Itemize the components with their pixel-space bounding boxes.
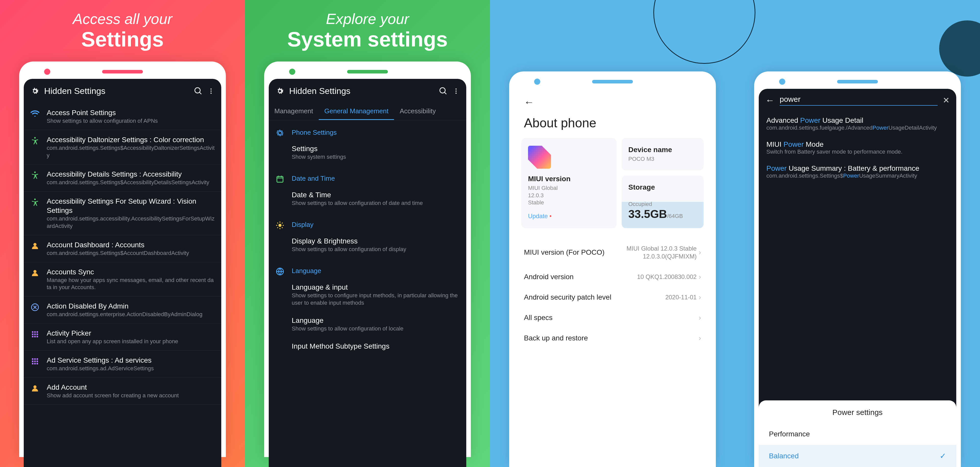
item-title: Activity Picker [47,329,215,338]
promo-panel-2: Explore your System settings Hidden Sett… [245,0,490,467]
section-item[interactable]: Display & BrightnessShow settings to all… [269,233,466,259]
item-sub: Show settings to allow configuration of … [292,200,460,207]
bottom-sheet: Power settings PerformanceBalanced✓ [759,400,956,467]
about-row[interactable]: Android security patch level2020-11-01› [524,287,701,308]
tab-accessibility[interactable]: Accessibility [394,103,442,120]
speaker-slot [837,80,878,83]
device-name-card[interactable]: Device name POCO M3 [622,138,703,170]
storage-card[interactable]: Storage Occupied 33.5GB/64GB [622,176,703,229]
section-header: Display [269,213,466,233]
sheet-option[interactable]: Balanced✓ [759,445,956,467]
section-item[interactable]: LanguageShow settings to allow configura… [269,312,466,338]
search-results: Advanced Power Usage Detail com.android.… [759,112,956,184]
section-header: Phone Settings [269,120,466,141]
item-title: Accounts Sync [47,267,215,276]
search-icon[interactable] [439,86,448,96]
search-result[interactable]: Advanced Power Usage Detail com.android.… [759,112,956,136]
calendar-icon [275,173,286,184]
clear-icon[interactable]: ✕ [943,95,950,105]
row-key: Android security patch level [524,293,665,301]
more-icon[interactable] [207,87,215,95]
svg-rect-31 [277,176,283,182]
section-header: Language [269,259,466,279]
item-sub: com.android.settings.accessibility.Acces… [47,215,215,230]
section-label: Phone Settings [292,129,337,137]
section-item[interactable]: Language & inputShow settings to configu… [269,279,466,312]
item-title: Language [292,316,460,325]
list-item[interactable]: Activity Picker List and open any app sc… [24,324,221,351]
settings-list: Access Point Settings Show settings to a… [24,103,221,405]
tab-management[interactable]: Management [269,103,319,120]
chevron-right-icon: › [699,314,701,322]
row-key: Android version [524,273,637,281]
item-title: Ad Service Settings : Ad services [47,356,215,365]
list-item[interactable]: Accessibility Daltonizer Settings : Colo… [24,130,221,165]
about-row[interactable]: Back up and restore› [524,328,701,348]
svg-rect-24 [32,363,33,364]
a11y-icon [30,135,41,159]
list-text: Accessibility Details Settings : Accessi… [47,170,215,186]
svg-rect-19 [34,358,36,360]
update-link[interactable]: Update • [528,213,610,220]
apps-icon [30,329,41,345]
speaker-slot [102,70,143,73]
svg-rect-17 [37,336,38,337]
list-item[interactable]: Accessibility Settings For Setup Wizard … [24,192,221,235]
more-icon[interactable] [452,87,460,95]
app-title: Hidden Settings [44,86,189,96]
a11y-icon [30,197,41,230]
sheet-option[interactable]: Performance [759,423,956,445]
svg-rect-14 [37,334,38,335]
list-text: Accounts Sync Manage how your apps sync … [47,267,215,291]
item-sub: Show system settings [292,153,460,161]
svg-point-3 [34,137,36,138]
list-item[interactable]: Action Disabled By Admin com.android.set… [24,297,221,324]
result-title: MIUI Power Mode [767,140,948,149]
row-value: 2020-11-01 [665,293,697,301]
item-sub: com.android.settings.Settings$Accessibil… [47,179,215,186]
list-item[interactable]: Ad Service Settings : Ad services com.an… [24,351,221,378]
section-item[interactable]: Input Method Subtype Settings [269,338,466,356]
svg-rect-11 [37,331,38,333]
tab-general-management[interactable]: General Management [319,103,394,120]
about-row[interactable]: All specs› [524,308,701,328]
app-bar: Hidden Settings [269,79,466,103]
list-item[interactable]: Add Account Show add account screen for … [24,378,221,405]
miui-logo-icon [528,146,551,169]
app-title: Hidden Settings [289,86,434,96]
svg-rect-21 [32,361,33,362]
gear-icon [30,86,40,96]
svg-point-30 [455,92,457,94]
about-row[interactable]: MIUI version (For POCO)MIUI Global 12.0.… [524,238,701,267]
svg-rect-23 [37,361,38,362]
item-title: Input Method Subtype Settings [292,342,460,351]
search-result[interactable]: MIUI Power Mode Switch from Battery save… [759,136,956,160]
screen-1: Hidden Settings Access Point Settings Sh… [24,79,221,467]
a11y-icon [30,170,41,186]
list-text: Accessibility Daltonizer Settings : Colo… [47,135,215,159]
result-title: Power Usage Summary : Battery & performa… [767,164,948,173]
search-input[interactable]: power [780,95,938,106]
item-sub: Show add account screen for creating a n… [47,392,215,399]
apps-icon [30,356,41,372]
svg-point-2 [210,92,212,94]
back-icon[interactable]: ← [524,97,534,108]
section-item[interactable]: SettingsShow system settings [269,141,466,167]
list-item[interactable]: Accessibility Details Settings : Accessi… [24,165,221,192]
item-title: Accessibility Daltonizer Settings : Colo… [47,135,215,145]
phone-pair-left: ← About phone MIUI version MIUI Global 1… [490,0,735,467]
account-icon [30,383,41,399]
about-row[interactable]: Android version10 QKQ1.200830.002› [524,267,701,287]
back-icon[interactable]: ← [765,95,775,106]
search-result[interactable]: Power Usage Summary : Battery & performa… [759,160,956,184]
list-item[interactable]: Accounts Sync Manage how your apps sync … [24,262,221,297]
section-item[interactable]: Date & TimeShow settings to allow config… [269,187,466,213]
search-icon[interactable] [194,86,203,96]
svg-point-29 [455,91,457,92]
list-item[interactable]: Access Point Settings Show settings to a… [24,103,221,130]
list-item[interactable]: Account Dashboard : Accounts com.android… [24,235,221,262]
svg-point-27 [33,385,37,388]
miui-version-card[interactable]: MIUI version MIUI Global 12.0.3 Stable U… [522,138,617,228]
speaker-slot [592,80,633,83]
camera-dot [289,69,295,75]
